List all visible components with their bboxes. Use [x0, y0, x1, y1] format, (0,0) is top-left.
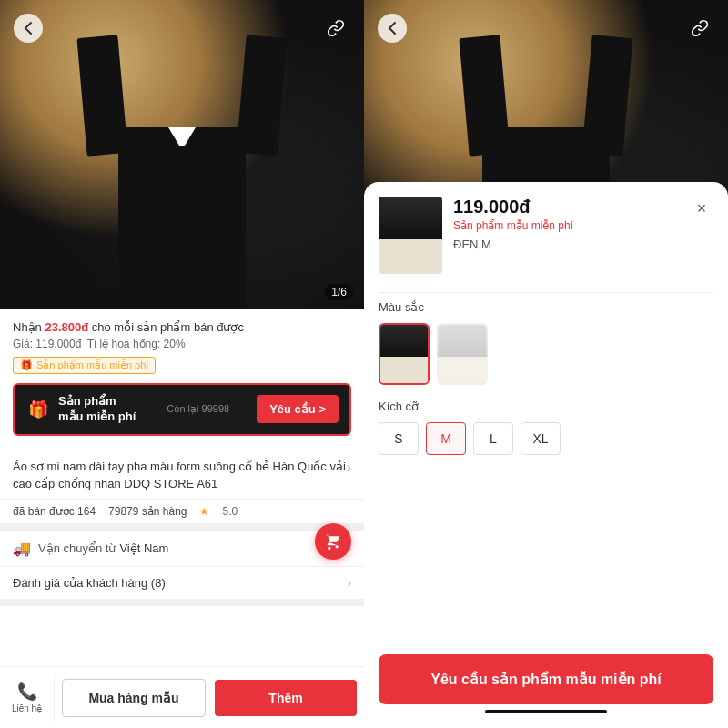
shop-fab-button[interactable]	[315, 523, 351, 560]
size-m[interactable]: M	[426, 422, 466, 455]
truck-icon: 🚚	[13, 540, 31, 557]
chevron-right-icon[interactable]: ›	[347, 460, 351, 476]
back-button[interactable]	[14, 14, 43, 43]
sample-request-banner[interactable]: 🎁 Sản phẩmmẫu miễn phí Còn lại 99998 Yêu…	[13, 383, 351, 436]
product-stats: đã bán được 164 79879 sản hàng ★ 5.0	[0, 500, 364, 531]
color-option-dark[interactable]	[379, 323, 430, 385]
yeu-cau-button[interactable]: Yêu cầu >	[257, 395, 339, 423]
sold-count: đã bán được 164	[13, 505, 96, 518]
image-counter: 1/6	[325, 284, 353, 300]
size-section-label: Kích cỡ	[379, 399, 713, 413]
star-icon: ★	[199, 505, 209, 518]
product-name: Áo sơ mi nam dài tay pha màu form suông …	[13, 458, 347, 493]
size-xl[interactable]: XL	[521, 422, 561, 455]
buy-sample-button[interactable]: Mua hàng mẫu	[62, 679, 206, 717]
popup-thumbnail	[379, 197, 442, 274]
right-share-button[interactable]	[685, 14, 714, 43]
reviews-label: Đánh giá của khách hàng (8)	[13, 576, 166, 590]
size-l[interactable]: L	[473, 422, 513, 455]
contact-button[interactable]: 📞 Liên hệ	[0, 674, 55, 721]
color-option-light[interactable]	[437, 323, 488, 385]
free-sample-badge: 🎁 Sản phẩm mẫu miễn phí	[13, 357, 156, 374]
close-button[interactable]: ×	[690, 197, 713, 220]
left-panel: 1/6 Nhận 23.800đ cho mỗi sản phẩm bán đư…	[0, 0, 364, 728]
commission-amount: 23.800đ	[45, 320, 88, 334]
commission-line: Nhận 23.800đ cho mỗi sản phẩm bán được	[13, 320, 351, 334]
color-section-label: Màu sắc	[379, 300, 713, 314]
product-info: Nhận 23.800đ cho mỗi sản phẩm bán được G…	[0, 309, 364, 452]
gift-icon: 🎁	[25, 397, 51, 422]
request-sample-button[interactable]: Yêu cầu sản phẩm mẫu miễn phí	[379, 654, 713, 704]
rating-value: 5.0	[222, 505, 238, 518]
product-popup: 119.000đ Sản phẩm mẫu miễn phí ĐEN,M × M…	[364, 182, 728, 728]
share-button[interactable]	[321, 14, 350, 43]
price-row: Giá: 119.000đ Tỉ lệ hoa hồng: 20%	[13, 338, 351, 350]
size-s[interactable]: S	[379, 422, 419, 455]
popup-price: 119.000đ	[453, 197, 713, 217]
right-back-button[interactable]	[378, 14, 407, 43]
shipping-label: Vận chuyển từ	[38, 541, 116, 555]
product-image: 1/6	[0, 0, 364, 309]
right-panel: 119.000đ Sản phẩm mẫu miễn phí ĐEN,M × M…	[364, 0, 728, 728]
popup-header: 119.000đ Sản phẩm mẫu miễn phí ĐEN,M ×	[379, 197, 713, 274]
shipping-origin: Việt Nam	[119, 541, 168, 555]
sample-remaining: Còn lại 99998	[167, 403, 229, 415]
bottom-bar	[485, 710, 607, 713]
bottom-actions: 📞 Liên hệ Mua hàng mẫu Thêm	[0, 666, 364, 728]
divider	[379, 292, 713, 293]
popup-variant: ĐEN,M	[453, 238, 713, 251]
reviews-row[interactable]: Đánh giá của khách hàng (8) ›	[0, 567, 364, 606]
sample-banner-title: Sản phẩmmẫu miễn phí	[58, 394, 136, 425]
shipping-row[interactable]: 🚚 Vận chuyển từ Việt Nam ›	[0, 531, 364, 567]
popup-free-sample: Sản phẩm mẫu miễn phí	[453, 219, 713, 232]
shirt-figure	[100, 18, 264, 309]
stock-count: 79879 sản hàng	[108, 505, 187, 518]
chevron-right-icon: ›	[348, 576, 351, 590]
phone-icon: 📞	[17, 682, 37, 702]
color-options	[379, 323, 713, 385]
contact-label: Liên hệ	[12, 703, 42, 713]
product-name-section: Áo sơ mi nam dài tay pha màu form suông …	[0, 452, 364, 500]
size-options: S M L XL	[379, 422, 713, 455]
add-button[interactable]: Thêm	[215, 680, 357, 716]
